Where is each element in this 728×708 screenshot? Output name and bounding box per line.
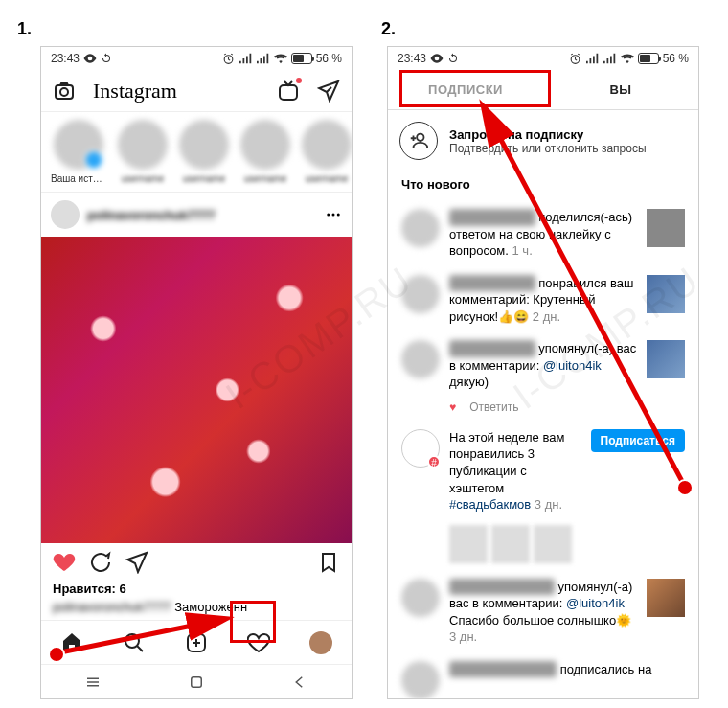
svg-point-7 [125,634,139,648]
activity-thumb[interactable] [647,579,685,617]
battery-icon [638,53,659,64]
activity-thumb[interactable] [647,340,685,378]
activity-item[interactable]: username_1, user2 подписались на [388,653,698,699]
battery-icon [291,53,312,64]
subscribe-button[interactable]: Подписаться [591,429,685,452]
status-time: 23:43 [51,52,80,65]
activity-avatar[interactable] [401,209,440,247]
back-key[interactable] [291,674,308,691]
direct-icon[interactable] [317,80,340,103]
post-actions [41,543,352,582]
tab-following[interactable]: ПОДПИСКИ [388,70,543,109]
annotation-dot-1 [48,646,65,663]
camera-icon[interactable] [53,80,76,103]
annotation-dot-2 [676,479,694,496]
activity-avatar[interactable] [401,275,440,313]
your-story[interactable]: Ваша истор... [51,120,106,184]
status-bar: 23:43 56 % [388,47,698,70]
alarm-icon [569,52,582,65]
instagram-logo: Instagram [93,79,177,103]
eye-icon [83,54,97,63]
igtv-icon[interactable] [277,80,300,103]
home-key[interactable] [188,674,205,691]
story-item[interactable]: username [118,120,168,184]
activity-avatar[interactable] [401,661,440,699]
activity-thumb[interactable] [647,209,685,247]
instagram-header: Instagram [41,70,352,112]
battery-percent: 56 % [663,52,689,65]
activity-text: На этой неделе вам понравились 3 публика… [449,429,581,514]
activity-text: username_long поделился(-ась) ответом на… [449,209,637,260]
svg-rect-3 [280,85,297,100]
status-bar: 23:43 56 % [41,47,352,70]
signal-icon-2 [257,52,270,65]
post-username[interactable]: polinavoronchuk7777 [87,208,216,222]
svg-point-11 [417,134,423,141]
activity-avatar[interactable] [401,340,440,378]
activity-reply-row: ♥ Ответить [388,399,698,422]
sync-icon [447,53,459,64]
post-image[interactable] [41,237,352,543]
battery-percent: 56 % [316,52,342,65]
stories-row[interactable]: Ваша истор... username username username… [41,112,352,193]
likes-count[interactable]: Нравится: 6 [41,582,352,600]
comment-button[interactable] [89,551,112,574]
wifi-icon [621,52,634,65]
pub-thumb[interactable] [534,525,572,563]
story-item[interactable]: username [240,120,290,184]
phone-screen-2: 23:43 56 % ПОДПИСКИ Вы Запросы на подпис… [387,46,699,699]
publications-row [388,521,698,571]
bottom-nav [41,620,352,664]
caption-text: Замороженн [174,600,247,614]
post-header: polinavoronchuk7777 [41,193,352,237]
svg-point-4 [327,214,330,217]
share-button[interactable] [125,551,148,574]
bookmark-button[interactable] [317,551,340,574]
signal-icon-2 [603,52,617,65]
activity-avatar[interactable] [401,579,440,617]
signal-icon [586,52,600,65]
status-time: 23:43 [398,52,426,65]
eye-icon [430,54,444,63]
activity-text: username_1, user2 подписались на [449,661,685,678]
svg-point-2 [60,88,68,96]
nav-add[interactable] [185,631,208,654]
story-item[interactable]: username [179,120,229,184]
pub-thumb[interactable] [491,525,530,563]
more-icon[interactable] [325,206,342,223]
svg-point-6 [337,214,340,217]
phone-screen-1: 23:43 56 % Instagram Ваша истор... usern… [40,46,353,699]
follow-requests[interactable]: Запросы на подписку Подтвердить или откл… [388,110,698,171]
activity-item[interactable]: username_long упомянул(-а) вас в коммент… [388,332,698,399]
svg-rect-9 [192,676,202,687]
activity-text: username_long упомянул(-а) вас в коммент… [449,340,637,391]
post-avatar[interactable] [51,200,80,229]
like-button[interactable] [53,551,76,574]
tab-you[interactable]: Вы [543,70,698,109]
step-number-1: 1. [17,19,32,39]
nav-search[interactable] [123,631,146,654]
alarm-icon [222,52,236,65]
your-story-label: Ваша истор... [51,173,106,184]
wifi-icon [274,52,287,65]
activity-item[interactable]: username_long_xx упомянул(-а) вас в комм… [388,571,698,653]
activity-item[interactable]: # На этой неделе вам понравились 3 публи… [388,422,698,521]
reply-like-icon[interactable]: ♥ [449,400,456,414]
activity-thumb[interactable] [647,275,685,313]
activity-item[interactable]: username_long поделился(-ась) ответом на… [388,201,698,267]
nav-profile[interactable] [309,631,332,654]
activity-item[interactable]: username_long понравился ваш комментарий… [388,267,698,333]
pub-thumb[interactable] [449,525,488,563]
nav-activity[interactable] [247,631,270,654]
reply-button[interactable]: Ответить [469,400,518,414]
follow-requests-subtitle: Подтвердить или отклонить запросы [449,142,647,155]
follow-request-icon [399,122,438,160]
hashtag-avatar[interactable]: # [401,429,440,468]
story-item[interactable]: username [302,120,352,184]
activity-text: username_long понравился ваш комментарий… [449,275,637,326]
post-caption: polinavoronchuk7777 Замороженн [41,600,352,620]
caption-username[interactable]: polinavoronchuk7777 [53,600,171,614]
section-whatsnew: Что нового [388,171,698,201]
menu-key[interactable] [84,674,102,691]
follow-requests-title: Запросы на подписку [449,127,647,142]
